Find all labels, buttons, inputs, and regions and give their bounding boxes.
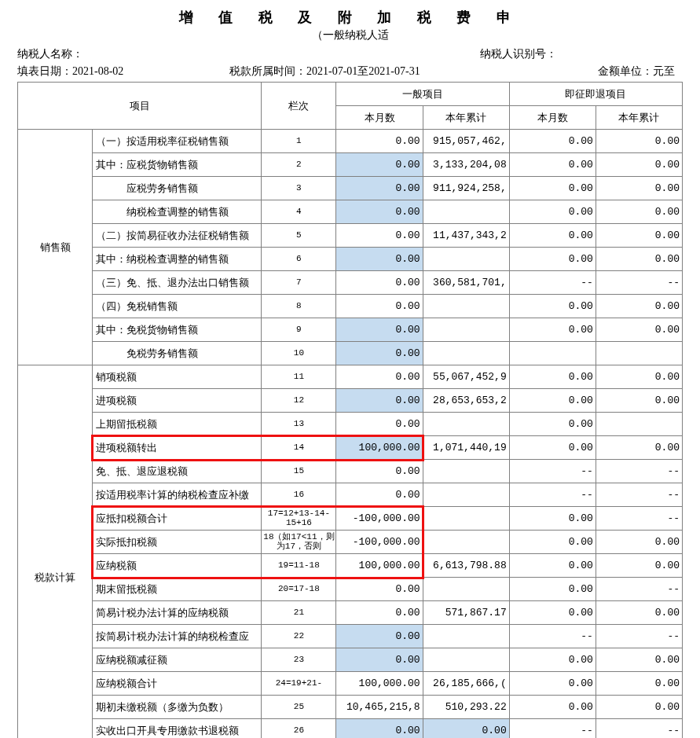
row-column-num: 25 [262, 696, 336, 719]
table-row: 简易计税办法计算的应纳税额210.00571,867.170.000.00 [18, 601, 683, 625]
general-month-input[interactable] [336, 342, 422, 365]
category-tax: 税款计算 [18, 365, 93, 739]
row-label: 其中：纳税检查调整的销售额 [93, 248, 262, 271]
row-column-num: 11 [262, 365, 336, 389]
general-year-cell: 3,133,204,08 [423, 153, 509, 177]
table-row: 进项税额转出141,071,440,190.000.00 [18, 436, 683, 460]
table-container: 项目 栏次 一般项目 即征即退项目 本月数 本年累计 本月数 本年累计 销售额（… [17, 82, 683, 738]
general-month-input[interactable] [336, 248, 422, 270]
general-month-cell: 0.00 [336, 578, 423, 601]
hdr-col: 栏次 [262, 83, 336, 130]
table-row: 其中：免税货物销售额90.000.00 [18, 318, 683, 342]
subtitle: （一般纳税人适 [17, 28, 683, 42]
row-column-num: 19=11-18 [262, 554, 336, 578]
refund-year-cell [596, 413, 682, 436]
row-column-num: 15 [262, 460, 336, 483]
row-column-num: 4 [262, 200, 336, 224]
row-label: 其中：应税货物销售额 [93, 153, 262, 177]
row-label: 进项税额转出 [93, 436, 262, 460]
general-month-input[interactable] [336, 625, 422, 648]
general-year-cell [423, 413, 509, 436]
general-month-input[interactable] [336, 318, 422, 341]
taxpayer-id-label: 纳税人识别号： [221, 47, 684, 61]
general-month-input[interactable] [336, 200, 422, 223]
general-year-cell: 911,924,258, [423, 177, 509, 200]
general-year-cell [423, 318, 509, 342]
refund-month-cell: 0.00 [509, 318, 596, 342]
general-year-cell [423, 200, 509, 224]
general-year-cell [423, 531, 509, 554]
table-row: （二）按简易征收办法征税销售额50.0011,437,343,20.000.00 [18, 224, 683, 248]
refund-month-cell: 0.00 [509, 672, 596, 696]
refund-month-cell: 0.00 [509, 248, 596, 271]
table-row: 税款计算销项税额110.0055,067,452,90.000.00 [18, 365, 683, 389]
refund-month-cell: 0.00 [509, 507, 596, 531]
row-label: 实际抵扣税额 [93, 531, 262, 554]
general-month-cell [336, 200, 423, 224]
refund-year-cell: 0.00 [596, 295, 682, 318]
refund-year-cell: -- [596, 507, 682, 531]
row-label: 期初未缴税额（多缴为负数） [93, 696, 262, 719]
general-month-cell: 0.00 [336, 271, 423, 295]
table-row: 实收出口开具专用缴款书退税额26---- [18, 719, 683, 739]
amount-unit-label: 金额单位：元至 [528, 64, 683, 79]
refund-month-cell: -- [509, 271, 596, 295]
general-year-cell: 28,653,653,2 [423, 389, 509, 413]
table-row: 实际抵扣税额18（如17<11，则为17，否则-100,000.000.000.… [18, 531, 683, 554]
refund-month-cell: 0.00 [509, 389, 596, 413]
general-month-cell: 0.00 [336, 130, 423, 153]
row-column-num: 17=12+13-14-15+16 [262, 507, 336, 531]
refund-year-cell: -- [596, 460, 682, 483]
table-row: 按简易计税办法计算的纳税检查应22---- [18, 625, 683, 648]
row-label: （三）免、抵、退办法出口销售额 [93, 271, 262, 295]
general-month-input[interactable] [336, 719, 422, 738]
refund-month-cell: 0.00 [509, 696, 596, 719]
refund-month-cell: 0.00 [509, 200, 596, 224]
refund-year-cell: 0.00 [596, 224, 682, 248]
tax-table: 项目 栏次 一般项目 即征即退项目 本月数 本年累计 本月数 本年累计 销售额（… [17, 82, 683, 738]
general-month-cell [336, 342, 423, 365]
row-column-num: 23 [262, 648, 336, 672]
general-year-cell [423, 648, 509, 672]
general-month-cell [336, 318, 423, 342]
table-row: 期末留抵税额20=17-180.000.00-- [18, 578, 683, 601]
period-label: 税款所属时间： [229, 65, 306, 77]
page-title: 增 值 税 及 附 加 税 费 申 [17, 8, 683, 27]
table-row: 按适用税率计算的纳税检查应补缴160.00---- [18, 483, 683, 507]
category-sales: 销售额 [18, 130, 93, 365]
refund-month-cell [509, 342, 596, 365]
row-label: 免、抵、退应退税额 [93, 460, 262, 483]
refund-year-cell: 0.00 [596, 531, 682, 554]
table-row: 其中：应税货物销售额23,133,204,080.000.00 [18, 153, 683, 177]
general-month-input[interactable] [336, 153, 422, 176]
refund-year-cell: -- [596, 625, 682, 648]
general-month-cell: 0.00 [336, 601, 423, 625]
general-year-cell [423, 578, 509, 601]
row-label: 应纳税额合计 [93, 672, 262, 696]
refund-month-cell: 0.00 [509, 365, 596, 389]
row-column-num: 24=19+21- [262, 672, 336, 696]
general-year-input[interactable] [423, 719, 509, 738]
row-column-num: 1 [262, 130, 336, 153]
refund-year-cell: -- [596, 483, 682, 507]
general-month-input[interactable] [336, 177, 422, 200]
general-year-cell: 26,185,666,( [423, 672, 509, 696]
refund-year-cell: 0.00 [596, 389, 682, 413]
refund-month-cell: 0.00 [509, 436, 596, 460]
general-month-cell [336, 625, 423, 648]
taxpayer-name-label: 纳税人名称： [17, 47, 221, 61]
refund-month-cell: 0.00 [509, 413, 596, 436]
general-year-cell: 360,581,701, [423, 271, 509, 295]
general-month-cell: 0.00 [336, 483, 423, 507]
refund-year-cell: 0.00 [596, 318, 682, 342]
refund-year-cell: 0.00 [596, 248, 682, 271]
general-month-input[interactable] [336, 389, 422, 412]
general-month-cell [336, 248, 423, 271]
general-month-input[interactable] [336, 648, 422, 671]
general-month-input[interactable] [336, 436, 422, 459]
general-month-cell [336, 436, 423, 460]
refund-month-cell: 0.00 [509, 295, 596, 318]
table-row: 进项税额1228,653,653,20.000.00 [18, 389, 683, 413]
refund-year-cell: 0.00 [596, 696, 682, 719]
refund-month-cell: 0.00 [509, 531, 596, 554]
